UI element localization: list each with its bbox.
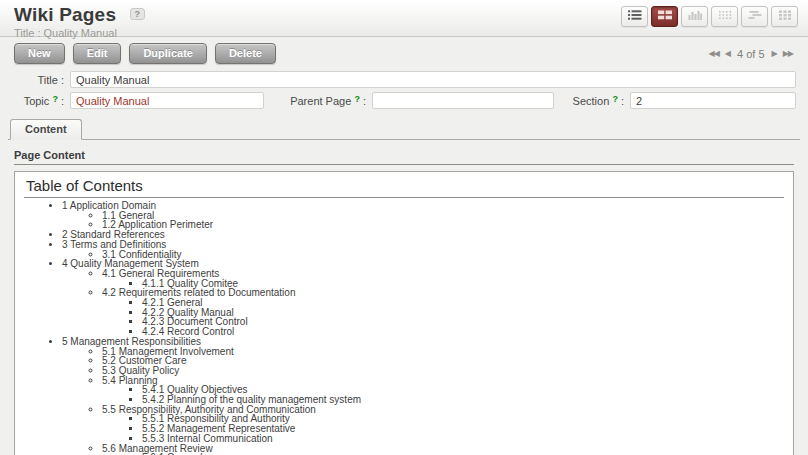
new-button[interactable]: New [14, 43, 65, 64]
section-field-label: Section ? : [560, 94, 624, 107]
record-form: Title : Topic ? : Parent Page ? : Sectio… [0, 67, 808, 115]
form-view-icon [657, 9, 673, 24]
toc-item: 3.1 Confidentiality [102, 250, 784, 260]
help-badge[interactable]: ? [130, 8, 146, 20]
page-content-section-label: Page Content [14, 149, 794, 165]
pager-last-button[interactable]: ▶▶ [783, 49, 793, 58]
parent-page-help-icon[interactable]: ? [354, 94, 360, 104]
toc-item: 5.3 Quality Policy [102, 366, 784, 376]
parent-page-field[interactable] [372, 92, 554, 109]
topic-help-icon[interactable]: ? [52, 94, 58, 104]
parent-page-field-label: Parent Page ? : [270, 94, 366, 107]
page-title: Wiki Pages [14, 4, 116, 25]
pager-next-button[interactable]: ▶ [772, 49, 777, 58]
pager-position: 4 of 5 [737, 48, 765, 60]
toc-item: 5.1 Management Involvement [102, 347, 784, 357]
toc-item: 4.2.3 Document Control [142, 317, 784, 327]
toc-item: 3 Terms and Definitions3.1 Confidentiali… [62, 240, 784, 259]
view-switcher [618, 6, 798, 27]
toc-item: 4.2 Requirements related to Documentatio… [102, 288, 784, 337]
toc-list: 1 Application Domain1.1 General1.2 Appli… [24, 201, 784, 455]
pager-first-button[interactable]: ◀◀ [709, 49, 719, 58]
topic-field-label: Topic ? : [14, 94, 64, 107]
pager: ◀◀ ◀ 4 of 5 ▶ ▶▶ [706, 48, 796, 60]
form-view-button[interactable] [651, 6, 678, 27]
title-field[interactable] [70, 71, 796, 88]
notebook-tabs: Content [8, 118, 800, 140]
toc-item: 1 Application Domain1.1 General1.2 Appli… [62, 201, 784, 230]
toc-item: 2 Standard References [62, 230, 784, 240]
toc-item: 4.2.4 Record Control [142, 327, 784, 337]
graph-view-icon [687, 9, 703, 24]
delete-button[interactable]: Delete [215, 43, 276, 64]
toc-item: 5.2 Customer Care [102, 356, 784, 366]
gantt-view-icon [747, 9, 763, 24]
toc-item: 5.5 Responsibility, Authority and Commun… [102, 405, 784, 444]
graph-view-button[interactable] [681, 6, 708, 27]
title-field-label: Title : [14, 74, 64, 86]
duplicate-button[interactable]: Duplicate [129, 43, 207, 64]
toc-item: 5.4 Planning5.4.1 Quality Objectives5.4.… [102, 376, 784, 405]
toc-heading: Table of Contents [24, 174, 784, 198]
topic-field[interactable] [70, 92, 264, 109]
toc-item: 4.1 General Requirements4.1.1 Quality Co… [102, 269, 784, 288]
app-header: Wiki Pages ? Title : Quality Manual [0, 0, 808, 37]
calendar-view-button[interactable] [711, 6, 738, 27]
kanban-view-button[interactable] [771, 6, 798, 27]
pager-prev-button[interactable]: ◀ [725, 49, 730, 58]
action-buttons: NewEditDuplicateDelete [14, 43, 276, 64]
toc-item: 1.2 Application Perimeter [102, 220, 784, 230]
list-view-icon [627, 9, 643, 24]
kanban-view-icon [777, 9, 793, 24]
tab-content[interactable]: Content [10, 119, 82, 140]
gantt-view-button[interactable] [741, 6, 768, 27]
section-help-icon[interactable]: ? [612, 94, 618, 104]
toc-item: 4.2.1 General [142, 298, 784, 308]
record-subtitle: Title : Quality Manual [14, 27, 796, 39]
calendar-view-icon [717, 9, 733, 24]
toc-item: 5.5.3 Internal Communication [142, 434, 784, 444]
page-content-area: Table of Contents 1 Application Domain1.… [14, 171, 794, 455]
toc-item: 5 Management Responsibilities5.1 Managem… [62, 337, 784, 455]
toc-item: 5.6 Management Review5.6.1 General5.6.2 … [102, 444, 784, 455]
section-field[interactable] [630, 92, 796, 109]
edit-button[interactable]: Edit [73, 43, 122, 64]
toolbar: NewEditDuplicateDelete ◀◀ ◀ 4 of 5 ▶ ▶▶ [0, 37, 808, 67]
list-view-button[interactable] [621, 6, 648, 27]
toc-item: 4 Quality Management System4.1 General R… [62, 259, 784, 337]
